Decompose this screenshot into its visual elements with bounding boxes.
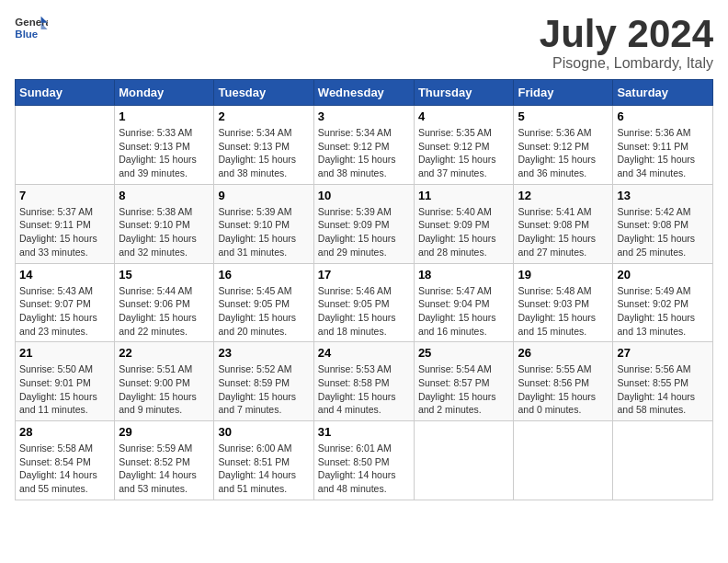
day-info: Sunrise: 5:54 AM Sunset: 8:57 PM Dayligh…	[418, 362, 510, 417]
day-cell	[613, 421, 713, 500]
day-cell: 12Sunrise: 5:41 AM Sunset: 9:08 PM Dayli…	[514, 184, 613, 263]
day-info: Sunrise: 5:39 AM Sunset: 9:09 PM Dayligh…	[318, 205, 410, 259]
day-info: Sunrise: 5:44 AM Sunset: 9:06 PM Dayligh…	[119, 284, 210, 339]
day-number: 15	[119, 268, 210, 282]
day-info: Sunrise: 5:40 AM Sunset: 9:09 PM Dayligh…	[418, 205, 510, 259]
day-cell: 16Sunrise: 5:45 AM Sunset: 9:05 PM Dayli…	[214, 263, 313, 342]
day-info: Sunrise: 5:51 AM Sunset: 9:00 PM Dayligh…	[119, 362, 210, 417]
week-row-5: 28Sunrise: 5:58 AM Sunset: 8:54 PM Dayli…	[16, 421, 713, 500]
weekday-friday: Friday	[514, 80, 613, 106]
day-info: Sunrise: 5:59 AM Sunset: 8:52 PM Dayligh…	[119, 442, 210, 496]
header: General Blue July 2024 Pisogne, Lombardy…	[15, 15, 713, 72]
weekday-header-row: SundayMondayTuesdayWednesdayThursdayFrid…	[16, 80, 713, 106]
day-cell: 21Sunrise: 5:50 AM Sunset: 9:01 PM Dayli…	[16, 342, 115, 421]
month-title: July 2024	[540, 15, 713, 53]
day-info: Sunrise: 5:34 AM Sunset: 9:13 PM Dayligh…	[218, 126, 309, 180]
day-number: 20	[617, 268, 709, 282]
day-cell: 8Sunrise: 5:38 AM Sunset: 9:10 PM Daylig…	[115, 184, 214, 263]
day-cell: 9Sunrise: 5:39 AM Sunset: 9:10 PM Daylig…	[214, 184, 313, 263]
week-row-4: 21Sunrise: 5:50 AM Sunset: 9:01 PM Dayli…	[16, 342, 713, 421]
day-number: 26	[518, 346, 609, 360]
day-cell: 22Sunrise: 5:51 AM Sunset: 9:00 PM Dayli…	[115, 342, 214, 421]
calendar-body: 1Sunrise: 5:33 AM Sunset: 9:13 PM Daylig…	[16, 106, 713, 500]
day-cell: 17Sunrise: 5:46 AM Sunset: 9:05 PM Dayli…	[313, 263, 414, 342]
logo: General Blue	[15, 15, 48, 42]
svg-text:Blue: Blue	[15, 29, 38, 40]
logo-icon: General Blue	[15, 15, 48, 42]
day-number: 23	[218, 346, 309, 360]
day-number: 28	[19, 425, 110, 439]
day-cell: 25Sunrise: 5:54 AM Sunset: 8:57 PM Dayli…	[414, 342, 514, 421]
day-cell: 24Sunrise: 5:53 AM Sunset: 8:58 PM Dayli…	[313, 342, 414, 421]
day-number: 4	[418, 109, 510, 123]
weekday-sunday: Sunday	[16, 80, 115, 106]
day-info: Sunrise: 5:42 AM Sunset: 9:08 PM Dayligh…	[617, 205, 709, 259]
day-info: Sunrise: 5:52 AM Sunset: 8:59 PM Dayligh…	[218, 362, 309, 417]
day-cell: 13Sunrise: 5:42 AM Sunset: 9:08 PM Dayli…	[613, 184, 713, 263]
day-number: 30	[218, 425, 309, 439]
day-number: 2	[218, 109, 309, 123]
day-number: 10	[318, 189, 410, 202]
day-number: 7	[19, 189, 110, 202]
day-info: Sunrise: 5:47 AM Sunset: 9:04 PM Dayligh…	[418, 284, 510, 339]
day-info: Sunrise: 5:36 AM Sunset: 9:12 PM Dayligh…	[518, 126, 609, 180]
week-row-2: 7Sunrise: 5:37 AM Sunset: 9:11 PM Daylig…	[16, 184, 713, 263]
day-cell: 6Sunrise: 5:36 AM Sunset: 9:11 PM Daylig…	[613, 106, 713, 185]
day-info: Sunrise: 5:39 AM Sunset: 9:10 PM Dayligh…	[218, 205, 309, 259]
day-info: Sunrise: 5:43 AM Sunset: 9:07 PM Dayligh…	[19, 284, 110, 339]
day-info: Sunrise: 5:37 AM Sunset: 9:11 PM Dayligh…	[19, 205, 110, 259]
day-cell: 14Sunrise: 5:43 AM Sunset: 9:07 PM Dayli…	[16, 263, 115, 342]
day-number: 19	[518, 268, 609, 282]
day-number: 13	[617, 189, 709, 202]
calendar-table: SundayMondayTuesdayWednesdayThursdayFrid…	[15, 79, 713, 500]
day-info: Sunrise: 5:35 AM Sunset: 9:12 PM Dayligh…	[418, 126, 510, 180]
day-cell	[414, 421, 514, 500]
day-number: 5	[518, 109, 609, 123]
title-area: July 2024 Pisogne, Lombardy, Italy	[540, 15, 713, 72]
day-cell: 11Sunrise: 5:40 AM Sunset: 9:09 PM Dayli…	[414, 184, 514, 263]
day-number: 14	[19, 268, 110, 282]
day-number: 21	[19, 346, 110, 360]
day-number: 8	[119, 189, 210, 202]
day-info: Sunrise: 5:50 AM Sunset: 9:01 PM Dayligh…	[19, 362, 110, 417]
day-cell: 20Sunrise: 5:49 AM Sunset: 9:02 PM Dayli…	[613, 263, 713, 342]
day-info: Sunrise: 5:55 AM Sunset: 8:56 PM Dayligh…	[518, 362, 609, 417]
day-cell: 10Sunrise: 5:39 AM Sunset: 9:09 PM Dayli…	[313, 184, 414, 263]
day-number: 3	[318, 109, 410, 123]
day-cell: 23Sunrise: 5:52 AM Sunset: 8:59 PM Dayli…	[214, 342, 313, 421]
day-cell: 5Sunrise: 5:36 AM Sunset: 9:12 PM Daylig…	[514, 106, 613, 185]
day-cell: 15Sunrise: 5:44 AM Sunset: 9:06 PM Dayli…	[115, 263, 214, 342]
day-number: 27	[617, 346, 709, 360]
day-info: Sunrise: 5:53 AM Sunset: 8:58 PM Dayligh…	[318, 362, 410, 417]
day-cell: 2Sunrise: 5:34 AM Sunset: 9:13 PM Daylig…	[214, 106, 313, 185]
day-cell	[514, 421, 613, 500]
day-info: Sunrise: 6:00 AM Sunset: 8:51 PM Dayligh…	[218, 442, 309, 496]
day-cell: 19Sunrise: 5:48 AM Sunset: 9:03 PM Dayli…	[514, 263, 613, 342]
day-number: 24	[318, 346, 410, 360]
day-cell: 30Sunrise: 6:00 AM Sunset: 8:51 PM Dayli…	[214, 421, 313, 500]
day-number: 6	[617, 109, 709, 123]
day-number: 1	[119, 109, 210, 123]
day-info: Sunrise: 5:41 AM Sunset: 9:08 PM Dayligh…	[518, 205, 609, 259]
day-number: 22	[119, 346, 210, 360]
day-number: 29	[119, 425, 210, 439]
day-info: Sunrise: 5:33 AM Sunset: 9:13 PM Dayligh…	[119, 126, 210, 180]
weekday-saturday: Saturday	[613, 80, 713, 106]
day-cell: 18Sunrise: 5:47 AM Sunset: 9:04 PM Dayli…	[414, 263, 514, 342]
weekday-monday: Monday	[115, 80, 214, 106]
day-cell: 26Sunrise: 5:55 AM Sunset: 8:56 PM Dayli…	[514, 342, 613, 421]
week-row-1: 1Sunrise: 5:33 AM Sunset: 9:13 PM Daylig…	[16, 106, 713, 185]
day-number: 25	[418, 346, 510, 360]
day-number: 17	[318, 268, 410, 282]
location-title: Pisogne, Lombardy, Italy	[540, 55, 713, 72]
day-cell: 4Sunrise: 5:35 AM Sunset: 9:12 PM Daylig…	[414, 106, 514, 185]
day-cell: 27Sunrise: 5:56 AM Sunset: 8:55 PM Dayli…	[613, 342, 713, 421]
day-info: Sunrise: 5:58 AM Sunset: 8:54 PM Dayligh…	[19, 442, 110, 496]
day-cell	[16, 106, 115, 185]
day-cell: 7Sunrise: 5:37 AM Sunset: 9:11 PM Daylig…	[16, 184, 115, 263]
day-info: Sunrise: 5:46 AM Sunset: 9:05 PM Dayligh…	[318, 284, 410, 339]
day-info: Sunrise: 5:48 AM Sunset: 9:03 PM Dayligh…	[518, 284, 609, 339]
day-number: 9	[218, 189, 309, 202]
day-cell: 1Sunrise: 5:33 AM Sunset: 9:13 PM Daylig…	[115, 106, 214, 185]
day-info: Sunrise: 5:34 AM Sunset: 9:12 PM Dayligh…	[318, 126, 410, 180]
